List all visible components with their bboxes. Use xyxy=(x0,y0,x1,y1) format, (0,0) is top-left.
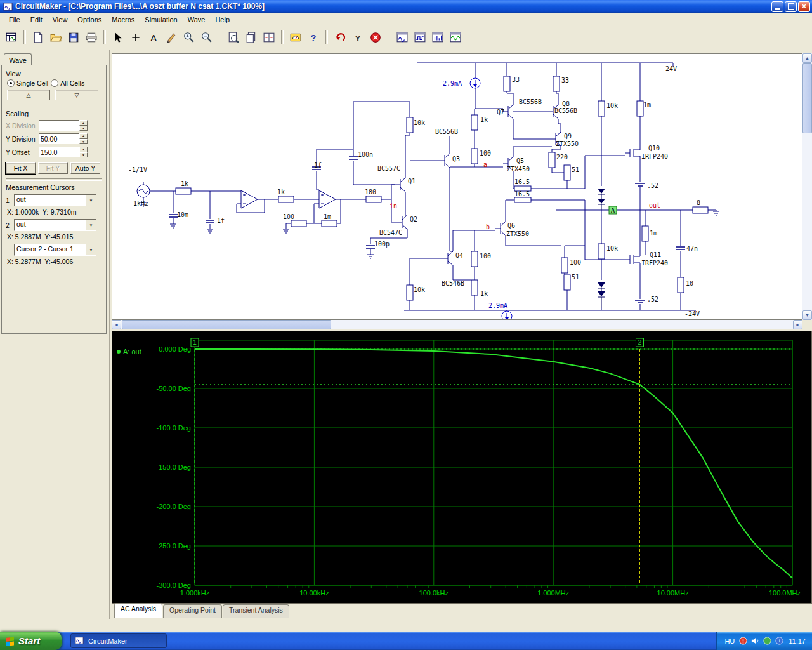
menu-item-edit[interactable]: Edit xyxy=(25,14,48,25)
restore-button[interactable] xyxy=(785,1,797,12)
schematic-svg[interactable]: 2.9mA3333BC556BQ7Q8BC556B10k1m24V10k1kBC… xyxy=(112,54,802,319)
schematic-label: Q2 xyxy=(410,216,417,223)
text-tool-icon[interactable]: A xyxy=(145,29,162,46)
schematic-label: 1k xyxy=(480,116,488,123)
y-offset-input[interactable] xyxy=(39,147,79,157)
horizontal-scrollbar[interactable]: ◄ ► xyxy=(112,320,802,329)
status-green-icon[interactable] xyxy=(763,636,773,646)
cell-up-button[interactable]: △ xyxy=(7,90,50,100)
cursor1-signal-select[interactable]: out ▼ xyxy=(14,194,96,206)
add-plus-icon[interactable] xyxy=(127,29,145,46)
toolbar-separator xyxy=(325,30,328,44)
schematic-canvas[interactable]: 2.9mA3333BC556BQ7Q8BC556B10k1m24V10k1kBC… xyxy=(112,53,803,320)
save-file-icon[interactable] xyxy=(65,29,82,46)
schematic-label: 10k xyxy=(606,245,618,252)
task-button-circuitmaker[interactable]: CircuitMaker xyxy=(70,633,167,648)
select-arrow-icon[interactable] xyxy=(109,29,127,46)
auto-y-button[interactable]: Auto Y xyxy=(70,162,100,174)
new-file-icon[interactable] xyxy=(29,29,47,46)
zoom-in-icon[interactable] xyxy=(180,29,198,46)
circuitmaker-icon xyxy=(75,636,85,646)
menu-item-options[interactable]: Options xyxy=(72,14,107,25)
radio-all-cells[interactable]: All Cells xyxy=(51,79,84,87)
chevron-down-icon[interactable]: ▼ xyxy=(86,220,96,230)
cursor1-signal-value: out xyxy=(15,195,86,206)
stop-simulation-icon[interactable] xyxy=(367,29,384,46)
fit-x-button[interactable]: Fit X xyxy=(6,162,36,174)
chevron-down-icon[interactable]: ▼ xyxy=(86,195,96,206)
minimize-button[interactable] xyxy=(771,1,783,12)
scroll-left-arrow[interactable]: ◄ xyxy=(112,320,121,329)
vertical-scroll-thumb[interactable] xyxy=(802,63,812,133)
menu-item-file[interactable]: File xyxy=(4,14,25,25)
svg-text:A: out: A: out xyxy=(123,348,141,355)
antivirus-icon[interactable] xyxy=(738,636,749,646)
analysis-tabs: AC AnalysisOperating PointTransient Anal… xyxy=(112,604,812,618)
waveform-plot[interactable]: 0.000 Deg-50.00 Deg-100.0 Deg-150.0 Deg-… xyxy=(112,331,811,603)
zoom-out-icon[interactable] xyxy=(198,29,216,46)
open-file-icon[interactable] xyxy=(47,29,65,46)
help-icon[interactable]: ? xyxy=(304,29,322,46)
zoom-page-icon[interactable] xyxy=(225,29,242,46)
multimeter-icon[interactable] xyxy=(287,29,304,46)
menu-item-wave[interactable]: Wave xyxy=(183,14,211,25)
view-group-label: View xyxy=(6,70,102,77)
schematic-label: 2.9mA xyxy=(443,80,462,87)
scroll-up-arrow[interactable]: ▲ xyxy=(802,53,812,63)
scroll-right-arrow[interactable]: ► xyxy=(793,320,802,329)
scroll-down-arrow[interactable]: ▼ xyxy=(802,310,812,320)
y-division-input[interactable] xyxy=(39,133,79,144)
menu-item-view[interactable]: View xyxy=(48,14,73,25)
titlebar[interactable]: CircuitMaker - [C:\Program Files\...\A o… xyxy=(0,0,812,13)
cursor-diff-select[interactable]: Cursor 2 - Cursor 1 ▼ xyxy=(14,244,96,256)
tab-wave[interactable]: Wave xyxy=(4,53,32,66)
split-view-icon[interactable] xyxy=(260,29,278,46)
tab-ac-analysis[interactable]: AC Analysis xyxy=(114,603,162,618)
waveform-panel[interactable]: 0.000 Deg-50.00 Deg-100.0 Deg-150.0 Deg-… xyxy=(112,331,812,604)
language-indicator[interactable]: HU xyxy=(724,637,735,645)
chevron-down-icon[interactable]: ▼ xyxy=(86,244,96,255)
y-offset-spinner[interactable]: ▲▼ xyxy=(79,147,88,157)
messenger-icon[interactable]: i xyxy=(775,636,785,646)
scope-xy-icon[interactable] xyxy=(393,29,411,46)
schematic-label: 47n xyxy=(686,245,698,252)
tab-transient-analysis[interactable]: Transient Analysis xyxy=(223,604,289,618)
pages-icon[interactable] xyxy=(242,29,260,46)
cursor2-signal-select[interactable]: out ▼ xyxy=(14,219,96,231)
x-division-input[interactable] xyxy=(39,120,79,131)
schematic-label: Q7 xyxy=(497,109,504,116)
start-button[interactable]: Start xyxy=(0,632,62,650)
schematic-label: 10k xyxy=(414,286,425,293)
scope-sine-icon[interactable] xyxy=(447,29,464,46)
x-division-spinner[interactable]: ▲▼ xyxy=(79,120,88,131)
radio-single-cell[interactable]: Single Cell xyxy=(7,79,48,87)
schematic-label: 220 xyxy=(556,154,568,161)
tab-operating-point[interactable]: Operating Point xyxy=(163,604,222,618)
horizontal-scroll-thumb[interactable] xyxy=(122,320,331,329)
schematic-label: 1k xyxy=(277,189,285,196)
cursor1-number: 1 xyxy=(6,197,11,204)
wave-window-icon[interactable] xyxy=(3,29,20,46)
start-label: Start xyxy=(18,635,40,646)
scope-bars-icon[interactable] xyxy=(429,29,447,46)
probe-tool-icon[interactable] xyxy=(162,29,180,46)
svg-text:10.00kHz: 10.00kHz xyxy=(299,589,329,597)
schematic-label: Q4 xyxy=(455,252,463,259)
schematic-capacitors xyxy=(169,157,685,303)
menu-item-help[interactable]: Help xyxy=(210,14,235,25)
undo-icon[interactable] xyxy=(331,29,349,46)
menu-item-macros[interactable]: Macros xyxy=(107,14,140,25)
clock[interactable]: 11:17 xyxy=(789,637,806,645)
volume-icon[interactable] xyxy=(750,636,761,646)
menu-item-simulation[interactable]: Simulation xyxy=(140,14,182,25)
schematic-label: .52 xyxy=(647,296,658,303)
schematic-label: 1m xyxy=(650,230,657,237)
schematic-label: 10k xyxy=(606,102,618,109)
cell-down-button[interactable]: ▽ xyxy=(55,90,98,100)
scope-square-icon[interactable] xyxy=(411,29,429,46)
print-icon[interactable] xyxy=(82,29,100,46)
vertical-scrollbar[interactable]: ▲ ▼ xyxy=(802,53,812,320)
y-division-spinner[interactable]: ▲▼ xyxy=(79,133,88,144)
wye-probe-icon[interactable]: Y xyxy=(349,29,367,46)
close-button[interactable]: × xyxy=(798,1,810,12)
